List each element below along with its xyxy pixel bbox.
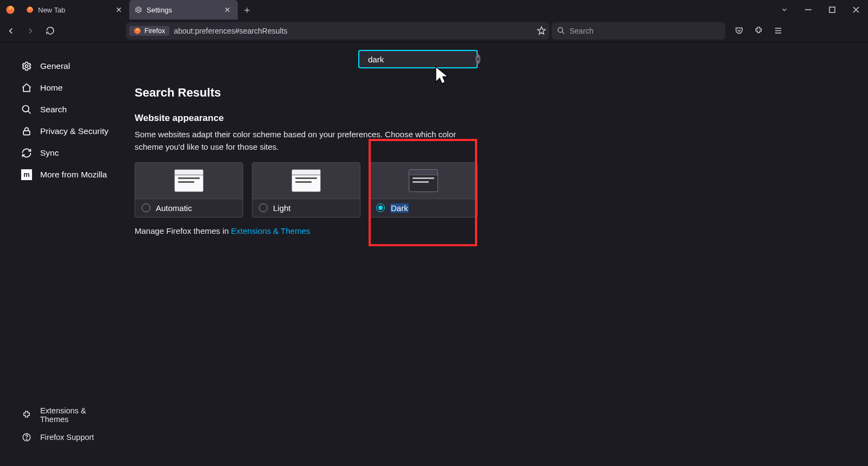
preferences-content: ✕ Search Results Website appearance Some… bbox=[125, 42, 868, 466]
minimize-button[interactable] bbox=[796, 0, 820, 20]
svg-point-2 bbox=[137, 9, 140, 11]
svg-text:m: m bbox=[23, 171, 29, 178]
settings-search-input[interactable] bbox=[368, 55, 471, 64]
gear-icon bbox=[21, 61, 33, 72]
appearance-option-dark[interactable]: Dark bbox=[369, 162, 478, 218]
close-icon[interactable]: ✕ bbox=[114, 5, 124, 15]
section-title: Website appearance bbox=[135, 113, 846, 124]
window-controls bbox=[772, 0, 868, 20]
reload-button[interactable] bbox=[41, 22, 59, 40]
appearance-option-light[interactable]: Light bbox=[252, 162, 360, 218]
clear-search-icon[interactable]: ✕ bbox=[476, 54, 480, 64]
svg-point-13 bbox=[26, 439, 27, 439]
identity-label: Firefox bbox=[144, 27, 165, 35]
sidebar-item-label: Privacy & Security bbox=[40, 126, 109, 136]
tab-title: New Tab bbox=[38, 6, 110, 14]
search-placeholder: Search bbox=[569, 27, 593, 35]
sidebar-item-sync[interactable]: Sync bbox=[0, 142, 125, 164]
puzzle-icon bbox=[21, 410, 33, 420]
svg-rect-4 bbox=[829, 7, 835, 12]
section-description: Some websites adapt their color scheme b… bbox=[135, 128, 466, 154]
radio-icon[interactable] bbox=[142, 203, 150, 212]
option-label: Dark bbox=[390, 203, 409, 213]
sidebar-item-more-mozilla[interactable]: m More from Mozilla bbox=[0, 164, 125, 186]
bookmark-star-icon[interactable] bbox=[537, 26, 546, 35]
gear-icon bbox=[135, 6, 142, 14]
tab-new-tab[interactable]: New Tab ✕ bbox=[21, 0, 129, 20]
sync-icon bbox=[21, 148, 33, 158]
navbar: Firefox about:preferences#searchResults … bbox=[0, 20, 868, 42]
manage-themes-line: Manage Firefox themes in Extensions & Th… bbox=[135, 226, 846, 235]
tabs-dropdown-icon[interactable] bbox=[772, 0, 796, 20]
titlebar: New Tab ✕ Settings ✕ ＋ bbox=[0, 0, 868, 20]
sidebar-item-privacy[interactable]: Privacy & Security bbox=[0, 120, 125, 142]
lock-icon bbox=[21, 126, 33, 137]
maximize-button[interactable] bbox=[820, 0, 844, 20]
svg-rect-9 bbox=[23, 131, 30, 135]
tab-title: Settings bbox=[147, 6, 218, 14]
svg-point-6 bbox=[558, 28, 563, 33]
sidebar-item-label: Home bbox=[40, 83, 62, 93]
forward-button[interactable] bbox=[22, 22, 39, 40]
url-text: about:preferences#searchResults bbox=[174, 27, 533, 35]
firefox-icon bbox=[26, 6, 34, 14]
theme-preview bbox=[370, 163, 477, 199]
identity-box[interactable]: Firefox bbox=[129, 26, 169, 36]
sidebar-item-label: Extensions & Themes bbox=[40, 406, 116, 424]
option-label: Automatic bbox=[156, 203, 192, 213]
search-icon bbox=[557, 27, 565, 35]
home-icon bbox=[21, 82, 33, 93]
extensions-icon[interactable] bbox=[749, 22, 768, 40]
theme-preview bbox=[135, 163, 243, 199]
sidebar-item-general[interactable]: General bbox=[0, 55, 125, 77]
new-tab-button[interactable]: ＋ bbox=[238, 0, 256, 20]
mouse-cursor-icon bbox=[434, 65, 453, 87]
page-title: Search Results bbox=[135, 86, 846, 100]
sidebar-item-search[interactable]: Search bbox=[0, 99, 125, 120]
sidebar-item-label: Search bbox=[40, 105, 67, 114]
svg-rect-3 bbox=[805, 9, 812, 10]
tab-settings[interactable]: Settings ✕ bbox=[129, 0, 238, 20]
search-bar[interactable]: Search bbox=[552, 22, 725, 40]
sidebar-item-label: Sync bbox=[40, 148, 59, 158]
theme-preview bbox=[252, 163, 360, 199]
preferences-sidebar: General Home Search Privacy & Security bbox=[0, 42, 125, 466]
option-label: Light bbox=[273, 203, 291, 213]
search-icon bbox=[21, 104, 33, 115]
appearance-option-automatic[interactable]: Automatic bbox=[135, 162, 243, 218]
close-window-button[interactable] bbox=[844, 0, 868, 20]
extensions-themes-link[interactable]: Extensions & Themes bbox=[231, 226, 311, 235]
sidebar-item-label: General bbox=[40, 61, 70, 71]
sidebar-item-home[interactable]: Home bbox=[0, 77, 125, 99]
url-bar[interactable]: Firefox about:preferences#searchResults bbox=[126, 22, 549, 40]
help-icon bbox=[21, 432, 33, 442]
firefox-icon bbox=[134, 27, 141, 35]
preferences-page: General Home Search Privacy & Security bbox=[0, 42, 868, 466]
firefox-app-icon bbox=[0, 0, 21, 20]
appearance-options: Automatic Light Dark bbox=[135, 162, 846, 218]
mozilla-icon: m bbox=[21, 169, 33, 180]
app-menu-icon[interactable] bbox=[769, 22, 787, 40]
sidebar-item-label: Firefox Support bbox=[40, 433, 94, 442]
save-to-pocket-icon[interactable] bbox=[730, 22, 748, 40]
sidebar-item-label: More from Mozilla bbox=[40, 170, 107, 180]
radio-icon[interactable] bbox=[259, 203, 268, 212]
close-icon[interactable]: ✕ bbox=[223, 5, 232, 15]
settings-search-box[interactable]: ✕ bbox=[358, 50, 478, 68]
svg-point-8 bbox=[23, 106, 29, 112]
radio-icon[interactable] bbox=[376, 203, 385, 212]
back-button[interactable] bbox=[2, 22, 20, 40]
sidebar-link-extensions[interactable]: Extensions & Themes bbox=[0, 402, 125, 428]
svg-point-7 bbox=[26, 65, 28, 68]
sidebar-link-support[interactable]: Firefox Support bbox=[0, 428, 125, 446]
manage-themes-prefix: Manage Firefox themes in bbox=[135, 226, 231, 235]
